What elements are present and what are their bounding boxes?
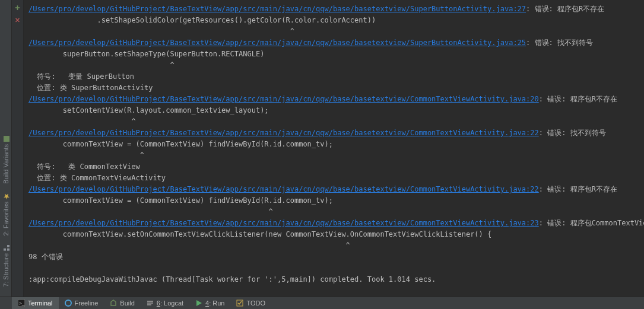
sidebar-tab-structure[interactable]: 7: Structure xyxy=(1,240,11,292)
logcat-icon xyxy=(147,300,154,307)
error-detail-line: 位置: 类 SuperButtonActivity xyxy=(28,84,153,92)
svg-rect-4 xyxy=(7,245,9,247)
build-footer-line: :app:compileDebugJavaWithJavac (Thread[T… xyxy=(28,275,436,283)
todo-icon xyxy=(236,300,243,307)
bottom-toolbar: >_ Terminal Freeline Build 6: Logcat 4: … xyxy=(0,297,644,309)
terminal-icon: >_ xyxy=(18,300,25,307)
freeline-icon xyxy=(65,300,72,307)
structure-icon xyxy=(3,245,9,251)
error-file-link[interactable]: /Users/pro/develop/GitHubProject/BaseTex… xyxy=(28,95,539,103)
svg-text:>_: >_ xyxy=(19,301,25,306)
sidebar-tab-label: 7: Structure xyxy=(2,253,9,287)
tab-build[interactable]: Build xyxy=(104,297,140,309)
build-icon xyxy=(110,300,117,307)
error-detail-line: 位置: 类 CommonTextViewActivity xyxy=(28,174,166,182)
left-sidebar: Build Variants 2: Favorites 7: Structure xyxy=(0,0,12,297)
error-file-link[interactable]: /Users/pro/develop/GitHubProject/BaseTex… xyxy=(28,129,539,137)
error-caret-line: ^ xyxy=(28,117,136,126)
build-output-console[interactable]: /Users/pro/develop/GitHubProject/BaseTex… xyxy=(24,0,644,297)
error-message: : 错误: 找不到符号 xyxy=(539,129,606,137)
svg-rect-8 xyxy=(147,301,153,302)
tab-logcat[interactable]: 6: Logcat xyxy=(141,297,189,309)
error-caret-line: ^ xyxy=(28,151,144,160)
svg-rect-10 xyxy=(147,304,151,305)
error-code-line: commonTextView.setOnCommonTextViewClickL… xyxy=(28,230,491,238)
sidebar-tab-label: 2: Favorites xyxy=(2,202,9,235)
error-file-link[interactable]: /Users/pro/develop/GitHubProject/BaseTex… xyxy=(28,5,526,13)
svg-rect-0 xyxy=(4,136,9,142)
error-code-line: .setShapeSolidColor(getResources().getCo… xyxy=(28,16,376,24)
build-variants-icon xyxy=(3,136,9,142)
tab-label: Freeline xyxy=(75,300,99,307)
error-caret-line: ^ xyxy=(28,27,294,36)
add-icon[interactable]: + xyxy=(12,2,23,13)
svg-marker-11 xyxy=(196,300,202,306)
error-file-link[interactable]: /Users/pro/develop/GitHubProject/BaseTex… xyxy=(28,219,539,227)
error-file-link[interactable]: /Users/pro/develop/GitHubProject/BaseTex… xyxy=(28,185,539,193)
tab-label: 6: Logcat xyxy=(157,300,183,307)
error-message: : 错误: 程序包R不存在 xyxy=(539,185,617,193)
error-count: 98 个错误 xyxy=(28,253,63,261)
close-icon[interactable]: ✕ xyxy=(12,14,23,25)
tab-label: 4: Run xyxy=(205,300,224,307)
svg-rect-3 xyxy=(4,249,6,251)
tab-label: Terminal xyxy=(28,300,53,307)
error-caret-line: ^ xyxy=(28,241,350,250)
star-icon xyxy=(3,193,9,199)
error-caret-line: ^ xyxy=(28,208,273,216)
tab-label: Build xyxy=(120,300,134,307)
svg-marker-1 xyxy=(4,193,9,199)
svg-rect-9 xyxy=(147,302,153,304)
error-code-line: superButton.setShapeType(SuperButton.REC… xyxy=(28,50,264,58)
error-code-line: commonTextView = (CommonTextView) findVi… xyxy=(28,196,333,205)
svg-rect-2 xyxy=(7,249,9,251)
sidebar-tab-favorites[interactable]: 2: Favorites xyxy=(1,189,11,240)
tab-label: TODO xyxy=(246,300,265,307)
error-message: : 错误: 程序包R不存在 xyxy=(539,95,617,103)
error-file-link[interactable]: /Users/pro/develop/GitHubProject/BaseTex… xyxy=(28,39,526,47)
sidebar-tab-build-variants[interactable]: Build Variants xyxy=(1,131,11,189)
run-icon xyxy=(195,300,202,307)
error-message: : 错误: 程序包R不存在 xyxy=(526,5,604,13)
tab-todo[interactable]: TODO xyxy=(230,297,271,309)
error-detail-line: 符号: 变量 SuperButton xyxy=(28,72,134,81)
tab-terminal[interactable]: >_ Terminal xyxy=(12,297,59,309)
error-detail-line: 符号: 类 CommonTextView xyxy=(28,163,140,171)
error-message: : 错误: 找不到符号 xyxy=(526,39,593,47)
svg-point-7 xyxy=(65,300,71,306)
error-message: : 错误: 程序包CommonTextView不 xyxy=(539,219,644,227)
sidebar-tab-label: Build Variants xyxy=(2,144,9,184)
tab-run[interactable]: 4: Run xyxy=(189,297,230,309)
error-caret-line: ^ xyxy=(28,61,175,69)
console-gutter: + ✕ xyxy=(12,0,24,297)
error-code-line: commonTextView = (CommonTextView) findVi… xyxy=(28,140,333,148)
error-code-line: setContentView(R.layout.common_textview_… xyxy=(28,106,269,114)
tab-freeline[interactable]: Freeline xyxy=(59,297,104,309)
